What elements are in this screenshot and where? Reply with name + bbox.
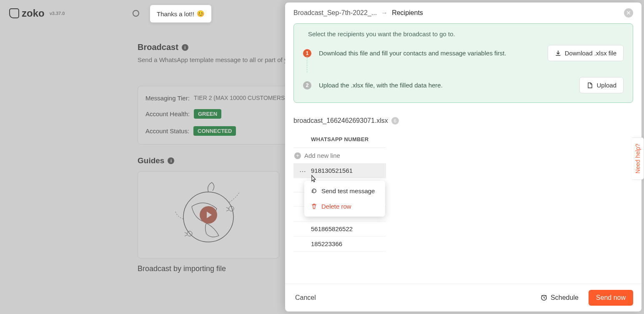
add-line-label: Add new line (304, 152, 340, 159)
plus-icon: + (294, 152, 301, 159)
recipients-panel: Broadcast_Sep-7th-2022_... → Recipients … (285, 2, 641, 312)
instructions-hint: Select the recipients you want the broad… (308, 30, 624, 37)
schedule-label: Schedule (551, 294, 579, 302)
upload-btn-label: Upload (596, 82, 616, 89)
toast-emoji: 😊 (197, 10, 205, 17)
delete-row-item[interactable]: Delete row (304, 199, 385, 214)
panel-header: Broadcast_Sep-7th-2022_... → Recipients … (285, 2, 641, 23)
row-context-menu: Send test message Delete row (304, 181, 385, 217)
cancel-button[interactable]: Cancel (293, 291, 318, 305)
column-header-whatsapp: WHATSAPP NUMBER (293, 131, 386, 148)
send-test-label: Send test message (321, 187, 375, 194)
breadcrumb-current: Recipients (392, 9, 423, 17)
toast-notification: Thanks a lot!! 😊 (150, 5, 211, 22)
uploaded-file-row: broadcast_1662462693071.xlsx 6 (293, 117, 633, 125)
add-new-line[interactable]: + Add new line (293, 148, 386, 163)
download-btn-label: Download .xlsx file (565, 50, 616, 57)
step-2-badge: 2 (303, 81, 311, 90)
chevron-right-icon: → (381, 9, 388, 17)
breadcrumb-root[interactable]: Broadcast_Sep-7th-2022_... (293, 9, 377, 17)
schedule-button[interactable]: Schedule (536, 291, 584, 305)
trash-icon (311, 203, 317, 209)
send-now-button[interactable]: Send now (589, 290, 633, 306)
download-icon (555, 50, 561, 57)
table-row[interactable]: ⋯ 918130521561 (293, 163, 386, 178)
download-xlsx-button[interactable]: Download .xlsx file (548, 45, 624, 61)
close-icon[interactable]: ✕ (624, 8, 633, 17)
panel-footer: Cancel Schedule Send now (285, 284, 641, 312)
clock-icon (541, 294, 547, 301)
send-icon (311, 188, 317, 194)
step-2-text: Upload the .xlsx file, with the filled d… (319, 82, 572, 89)
upload-instructions: Select the recipients you want the broad… (293, 23, 633, 103)
cell-number: 561865826522 (311, 225, 353, 232)
table-row[interactable]: 561865826522 (293, 222, 386, 237)
file-icon (586, 82, 593, 89)
need-help-tab[interactable]: Need help? (632, 137, 644, 180)
cursor-pointer (309, 174, 318, 184)
step-1-text: Download this file and fill your contact… (319, 50, 540, 57)
toast-text: Thanks a lot!! (157, 10, 194, 17)
uploaded-file-name: broadcast_1662462693071.xlsx (293, 117, 388, 125)
step-1-badge: 1 (303, 49, 311, 57)
cell-number: 918130521561 (311, 167, 353, 174)
delete-row-label: Delete row (321, 203, 351, 210)
table-row[interactable]: 185223366 (293, 237, 386, 252)
upload-button[interactable]: Upload (579, 77, 624, 93)
row-menu-icon[interactable]: ⋯ (299, 167, 306, 175)
send-test-message-item[interactable]: Send test message (304, 183, 385, 199)
cell-number: 185223366 (311, 240, 342, 247)
row-count-badge: 6 (391, 117, 399, 125)
